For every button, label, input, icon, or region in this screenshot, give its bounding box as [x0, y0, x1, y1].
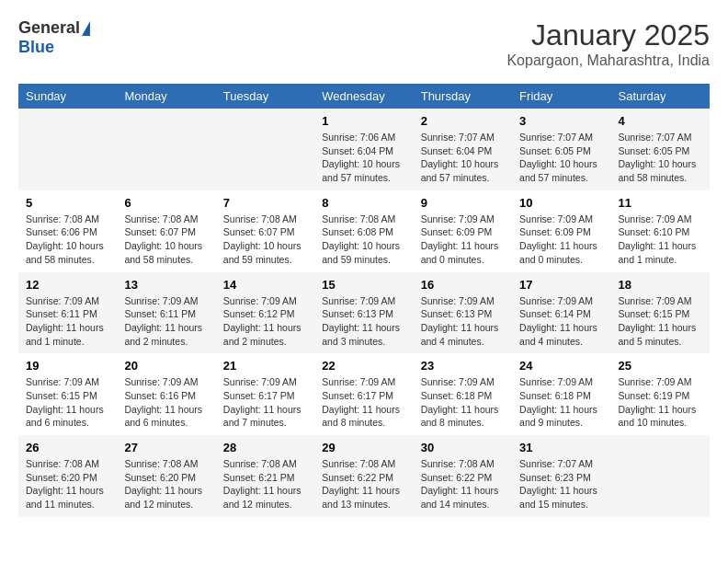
calendar-week-row: 19Sunrise: 7:09 AMSunset: 6:15 PMDayligh… [18, 353, 710, 435]
table-row: 3Sunrise: 7:07 AMSunset: 6:05 PMDaylight… [512, 109, 610, 190]
day-number: 2 [421, 114, 505, 128]
day-number: 23 [421, 359, 505, 373]
table-row: 6Sunrise: 7:08 AMSunset: 6:07 PMDaylight… [117, 190, 215, 272]
day-number: 29 [322, 441, 405, 454]
logo-triangle-icon [82, 21, 90, 36]
day-number: 14 [223, 278, 307, 292]
day-number: 3 [519, 114, 603, 128]
day-info: Sunrise: 7:08 AMSunset: 6:20 PMDaylight:… [124, 457, 208, 511]
table-row: 18Sunrise: 7:09 AMSunset: 6:15 PMDayligh… [611, 272, 710, 354]
calendar-week-row: 5Sunrise: 7:08 AMSunset: 6:06 PMDaylight… [18, 190, 710, 272]
day-info: Sunrise: 7:09 AMSunset: 6:14 PMDaylight:… [519, 294, 603, 349]
table-row [18, 109, 117, 190]
calendar-week-row: 12Sunrise: 7:09 AMSunset: 6:11 PMDayligh… [18, 272, 710, 354]
calendar-table: Sunday Monday Tuesday Wednesday Thursday… [18, 84, 710, 517]
day-info: Sunrise: 7:09 AMSunset: 6:11 PMDaylight:… [26, 294, 109, 349]
day-number: 26 [26, 441, 109, 454]
calendar-body: 1Sunrise: 7:06 AMSunset: 6:04 PMDaylight… [18, 109, 710, 517]
calendar-week-row: 26Sunrise: 7:08 AMSunset: 6:20 PMDayligh… [18, 435, 710, 517]
day-number: 9 [421, 196, 505, 210]
day-info: Sunrise: 7:09 AMSunset: 6:10 PMDaylight:… [619, 213, 702, 267]
day-number: 19 [26, 359, 109, 373]
day-number: 16 [421, 278, 505, 292]
table-row: 23Sunrise: 7:09 AMSunset: 6:18 PMDayligh… [414, 353, 512, 435]
table-row: 20Sunrise: 7:09 AMSunset: 6:16 PMDayligh… [117, 353, 215, 435]
table-row: 12Sunrise: 7:09 AMSunset: 6:11 PMDayligh… [18, 272, 117, 354]
day-number: 20 [124, 359, 208, 373]
day-number: 10 [519, 196, 603, 210]
logo: General Blue [18, 18, 90, 57]
day-number: 7 [223, 196, 307, 210]
table-row: 1Sunrise: 7:06 AMSunset: 6:04 PMDaylight… [314, 109, 413, 190]
table-row: 7Sunrise: 7:08 AMSunset: 6:07 PMDaylight… [216, 190, 314, 272]
day-number: 17 [519, 278, 603, 292]
calendar-subtitle: Kopargaon, Maharashtra, India [506, 52, 710, 69]
day-number: 11 [619, 196, 702, 210]
day-info: Sunrise: 7:09 AMSunset: 6:11 PMDaylight:… [124, 294, 208, 349]
calendar-title: January 2025 [506, 18, 710, 52]
calendar-week-row: 1Sunrise: 7:06 AMSunset: 6:04 PMDaylight… [18, 109, 710, 190]
table-row: 13Sunrise: 7:09 AMSunset: 6:11 PMDayligh… [117, 272, 215, 354]
day-info: Sunrise: 7:08 AMSunset: 6:22 PMDaylight:… [322, 457, 405, 511]
day-number: 18 [619, 278, 702, 292]
day-number: 4 [619, 114, 702, 128]
day-number: 12 [26, 278, 109, 292]
table-row: 22Sunrise: 7:09 AMSunset: 6:17 PMDayligh… [314, 353, 413, 435]
header-saturday: Saturday [611, 84, 710, 109]
table-row [117, 109, 215, 190]
header-thursday: Thursday [414, 84, 512, 109]
table-row: 30Sunrise: 7:08 AMSunset: 6:22 PMDayligh… [414, 435, 512, 517]
table-row: 24Sunrise: 7:09 AMSunset: 6:18 PMDayligh… [512, 353, 610, 435]
day-number: 24 [519, 359, 603, 373]
day-info: Sunrise: 7:09 AMSunset: 6:09 PMDaylight:… [519, 213, 603, 267]
table-row: 5Sunrise: 7:08 AMSunset: 6:06 PMDaylight… [18, 190, 117, 272]
header-monday: Monday [117, 84, 215, 109]
logo-blue-text: Blue [18, 38, 54, 56]
day-info: Sunrise: 7:09 AMSunset: 6:19 PMDaylight:… [619, 375, 702, 430]
table-row: 17Sunrise: 7:09 AMSunset: 6:14 PMDayligh… [512, 272, 610, 354]
day-number: 30 [421, 441, 505, 454]
table-row: 26Sunrise: 7:08 AMSunset: 6:20 PMDayligh… [18, 435, 117, 517]
table-row: 29Sunrise: 7:08 AMSunset: 6:22 PMDayligh… [314, 435, 413, 517]
table-row: 14Sunrise: 7:09 AMSunset: 6:12 PMDayligh… [216, 272, 314, 354]
day-info: Sunrise: 7:08 AMSunset: 6:07 PMDaylight:… [223, 213, 307, 267]
table-row: 19Sunrise: 7:09 AMSunset: 6:15 PMDayligh… [18, 353, 117, 435]
day-number: 28 [223, 441, 307, 454]
day-info: Sunrise: 7:07 AMSunset: 6:04 PMDaylight:… [421, 131, 505, 185]
table-row: 25Sunrise: 7:09 AMSunset: 6:19 PMDayligh… [611, 353, 710, 435]
table-row: 21Sunrise: 7:09 AMSunset: 6:17 PMDayligh… [216, 353, 314, 435]
day-info: Sunrise: 7:09 AMSunset: 6:12 PMDaylight:… [223, 294, 307, 349]
title-area: January 2025 Kopargaon, Maharashtra, Ind… [506, 18, 710, 69]
day-info: Sunrise: 7:07 AMSunset: 6:05 PMDaylight:… [619, 131, 702, 185]
table-row [216, 109, 314, 190]
table-row: 31Sunrise: 7:07 AMSunset: 6:23 PMDayligh… [512, 435, 610, 517]
day-number: 6 [124, 196, 208, 210]
table-row: 8Sunrise: 7:08 AMSunset: 6:08 PMDaylight… [314, 190, 413, 272]
day-number: 8 [322, 196, 405, 210]
day-number: 15 [322, 278, 405, 292]
table-row: 2Sunrise: 7:07 AMSunset: 6:04 PMDaylight… [414, 109, 512, 190]
day-number: 13 [124, 278, 208, 292]
day-info: Sunrise: 7:09 AMSunset: 6:13 PMDaylight:… [421, 294, 505, 349]
day-info: Sunrise: 7:09 AMSunset: 6:17 PMDaylight:… [223, 375, 307, 430]
day-number: 27 [124, 441, 208, 454]
day-info: Sunrise: 7:08 AMSunset: 6:21 PMDaylight:… [223, 457, 307, 511]
day-number: 1 [322, 114, 405, 128]
day-info: Sunrise: 7:07 AMSunset: 6:23 PMDaylight:… [519, 457, 603, 511]
day-info: Sunrise: 7:09 AMSunset: 6:17 PMDaylight:… [322, 375, 405, 430]
header-friday: Friday [512, 84, 610, 109]
day-number: 31 [519, 441, 603, 454]
day-info: Sunrise: 7:08 AMSunset: 6:06 PMDaylight:… [26, 213, 109, 267]
table-row: 9Sunrise: 7:09 AMSunset: 6:09 PMDaylight… [414, 190, 512, 272]
table-row: 11Sunrise: 7:09 AMSunset: 6:10 PMDayligh… [611, 190, 710, 272]
day-number: 25 [619, 359, 702, 373]
day-info: Sunrise: 7:07 AMSunset: 6:05 PMDaylight:… [519, 131, 603, 185]
day-info: Sunrise: 7:09 AMSunset: 6:16 PMDaylight:… [124, 375, 208, 430]
day-info: Sunrise: 7:09 AMSunset: 6:15 PMDaylight:… [619, 294, 702, 349]
table-row: 10Sunrise: 7:09 AMSunset: 6:09 PMDayligh… [512, 190, 610, 272]
table-row: 4Sunrise: 7:07 AMSunset: 6:05 PMDaylight… [611, 109, 710, 190]
header-wednesday: Wednesday [314, 84, 413, 109]
table-row [611, 435, 710, 517]
day-info: Sunrise: 7:09 AMSunset: 6:09 PMDaylight:… [421, 213, 505, 267]
day-info: Sunrise: 7:09 AMSunset: 6:13 PMDaylight:… [322, 294, 405, 349]
